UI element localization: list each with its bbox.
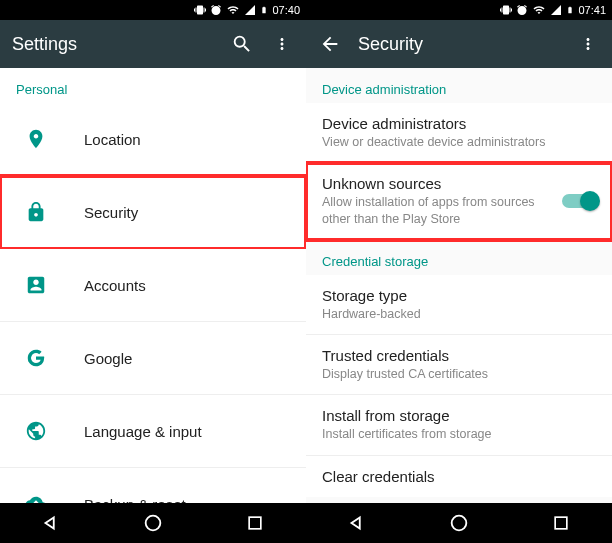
alarm-icon [210, 4, 222, 16]
row-trusted-credentials[interactable]: Trusted credentials Display trusted CA c… [306, 335, 612, 395]
list-item-label: Language & input [84, 423, 202, 440]
lock-icon [16, 192, 56, 232]
list-item-label: Backup & reset [84, 496, 186, 504]
battery-icon [260, 4, 268, 16]
status-time: 07:41 [578, 4, 606, 16]
row-subtitle: Allow installation of apps from sources … [322, 194, 562, 227]
row-subtitle: Hardware-backed [322, 306, 596, 322]
row-title: Install from storage [322, 407, 596, 424]
nav-bar [306, 503, 612, 543]
section-credential-storage: Credential storage [306, 240, 612, 275]
overflow-icon[interactable] [576, 32, 600, 56]
list-item-label: Security [84, 204, 138, 221]
vibrate-icon [500, 4, 512, 16]
language-icon [16, 411, 56, 451]
svg-rect-3 [555, 517, 567, 529]
nav-bar [0, 503, 306, 543]
google-icon [16, 338, 56, 378]
status-time: 07:40 [272, 4, 300, 16]
row-install-from-storage[interactable]: Install from storage Install certificate… [306, 395, 612, 455]
svg-rect-1 [249, 517, 261, 529]
battery-icon [566, 4, 574, 16]
home-button[interactable] [133, 503, 173, 543]
row-title: Trusted credentials [322, 347, 596, 364]
signal-icon [550, 4, 562, 16]
row-device-administrators[interactable]: Device administrators View or deactivate… [306, 103, 612, 163]
settings-content: Personal Location Security Accounts Goog… [0, 68, 306, 503]
row-title: Storage type [322, 287, 596, 304]
svg-point-2 [452, 516, 467, 531]
svg-point-0 [146, 516, 161, 531]
unknown-sources-toggle[interactable] [562, 194, 596, 208]
settings-item-security[interactable]: Security [0, 176, 306, 249]
security-content: Device administration Device administrat… [306, 68, 612, 503]
row-unknown-sources[interactable]: Unknown sources Allow installation of ap… [306, 163, 612, 240]
row-title: Unknown sources [322, 175, 562, 192]
list-item-label: Accounts [84, 277, 146, 294]
vibrate-icon [194, 4, 206, 16]
backup-icon [16, 484, 56, 503]
section-personal: Personal [0, 68, 306, 103]
row-subtitle: Display trusted CA certificates [322, 366, 596, 382]
person-icon [16, 265, 56, 305]
recent-button[interactable] [235, 503, 275, 543]
section-device-admin: Device administration [306, 68, 612, 103]
settings-item-language[interactable]: Language & input [0, 395, 306, 468]
status-bar: 07:40 [0, 0, 306, 20]
settings-screen: 07:40 Settings Personal Location Securit… [0, 0, 306, 543]
home-button[interactable] [439, 503, 479, 543]
app-bar: Settings [0, 20, 306, 68]
app-bar-title: Security [358, 34, 560, 55]
row-subtitle: View or deactivate device administrators [322, 134, 596, 150]
settings-item-location[interactable]: Location [0, 103, 306, 176]
location-icon [16, 119, 56, 159]
row-subtitle: Install certificates from storage [322, 426, 596, 442]
settings-item-backup[interactable]: Backup & reset [0, 468, 306, 503]
list-item-label: Google [84, 350, 132, 367]
settings-item-accounts[interactable]: Accounts [0, 249, 306, 322]
row-storage-type[interactable]: Storage type Hardware-backed [306, 275, 612, 335]
wifi-icon [226, 4, 240, 16]
search-icon[interactable] [230, 32, 254, 56]
row-title: Clear credentials [322, 468, 596, 485]
alarm-icon [516, 4, 528, 16]
settings-item-google[interactable]: Google [0, 322, 306, 395]
wifi-icon [532, 4, 546, 16]
app-bar: Security [306, 20, 612, 68]
app-bar-title: Settings [12, 34, 214, 55]
row-title: Device administrators [322, 115, 596, 132]
back-button[interactable] [31, 503, 71, 543]
row-clear-credentials[interactable]: Clear credentials [306, 456, 612, 497]
status-bar: 07:41 [306, 0, 612, 20]
list-item-label: Location [84, 131, 141, 148]
signal-icon [244, 4, 256, 16]
overflow-icon[interactable] [270, 32, 294, 56]
back-arrow-icon[interactable] [318, 32, 342, 56]
back-button[interactable] [337, 503, 377, 543]
recent-button[interactable] [541, 503, 581, 543]
security-screen: 07:41 Security Device administration Dev… [306, 0, 612, 543]
